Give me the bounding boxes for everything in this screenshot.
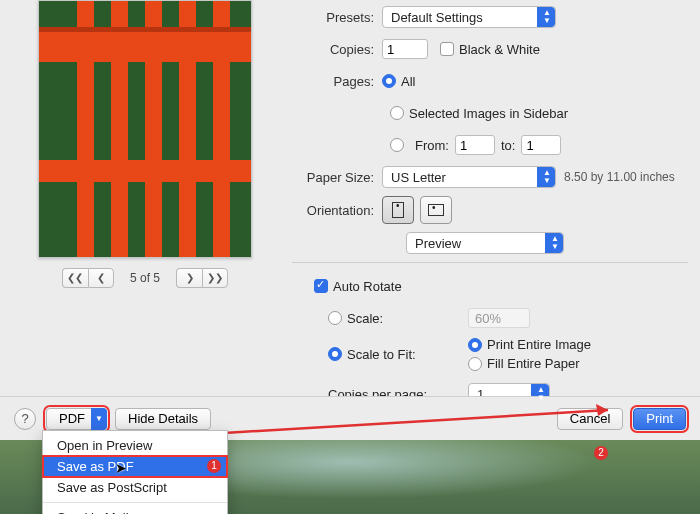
svg-marker-1 <box>596 404 608 416</box>
menu-separator <box>43 502 227 503</box>
annotation-arrow <box>208 402 628 442</box>
page-thumbnail <box>38 0 252 258</box>
settings-pane: Presets: Default Settings▲▼ Copies: Blac… <box>288 0 700 413</box>
last-page-button[interactable]: ❯❯ <box>202 268 228 288</box>
from-label: From: <box>415 138 449 153</box>
copies-input[interactable] <box>382 39 428 59</box>
paper-size-select[interactable]: US Letter▲▼ <box>382 166 556 188</box>
pages-label: Pages: <box>288 74 382 89</box>
to-label: to: <box>501 138 515 153</box>
annotation-badge-2: 2 <box>594 446 608 460</box>
print-entire-label: Print Entire Image <box>487 337 591 352</box>
pages-selected-radio[interactable] <box>390 106 404 120</box>
pdf-dropdown-menu: Open in Preview Save as PDF ➤ 1 Save as … <box>42 430 228 515</box>
section-select[interactable]: Preview▲▼ <box>406 232 564 254</box>
menu-save-as-postscript[interactable]: Save as PostScript <box>43 477 227 498</box>
presets-label: Presets: <box>288 10 382 25</box>
auto-rotate-checkbox[interactable] <box>314 279 328 293</box>
pages-all-radio[interactable] <box>382 74 396 88</box>
next-page-button[interactable]: ❯ <box>176 268 202 288</box>
portrait-icon <box>392 202 404 218</box>
orientation-landscape-button[interactable] <box>420 196 452 224</box>
scale-radio[interactable] <box>328 311 342 325</box>
print-button[interactable]: Print <box>633 408 686 430</box>
menu-save-as-pdf[interactable]: Save as PDF ➤ 1 <box>43 456 227 477</box>
prev-page-button[interactable]: ❮ <box>88 268 114 288</box>
bw-checkbox[interactable] <box>440 42 454 56</box>
from-input[interactable] <box>455 135 495 155</box>
pages-selected-label: Selected Images in Sidebar <box>409 106 568 121</box>
pages-range-radio[interactable] <box>390 138 404 152</box>
annotation-badge-1: 1 <box>207 459 221 473</box>
fill-paper-radio[interactable] <box>468 357 482 371</box>
chevron-down-icon: ▼ <box>91 408 107 430</box>
presets-select[interactable]: Default Settings▲▼ <box>382 6 556 28</box>
bw-label: Black & White <box>459 42 540 57</box>
scale-fit-label: Scale to Fit: <box>347 347 416 362</box>
orientation-label: Orientation: <box>288 203 382 218</box>
pager: ❮❮ ❮ 5 of 5 ❯ ❯❯ <box>16 268 274 288</box>
paper-dimensions: 8.50 by 11.00 inches <box>564 170 675 184</box>
divider <box>292 262 688 263</box>
paper-size-label: Paper Size: <box>288 170 382 185</box>
print-dialog: ❮❮ ❮ 5 of 5 ❯ ❯❯ Presets: Default Settin… <box>0 0 700 440</box>
auto-rotate-label: Auto Rotate <box>333 279 402 294</box>
menu-open-preview[interactable]: Open in Preview <box>43 435 227 456</box>
landscape-icon <box>428 204 444 216</box>
preview-pane: ❮❮ ❮ 5 of 5 ❯ ❯❯ <box>0 0 288 413</box>
menu-send-in-mail[interactable]: Send in Mail <box>43 507 227 515</box>
to-input[interactable] <box>521 135 561 155</box>
page-indicator: 5 of 5 <box>120 271 170 285</box>
pdf-menu-button[interactable]: PDF▼ <box>46 408 107 430</box>
print-entire-radio[interactable] <box>468 338 482 352</box>
orientation-portrait-button[interactable] <box>382 196 414 224</box>
copies-label: Copies: <box>288 42 382 57</box>
svg-line-0 <box>208 410 608 434</box>
scale-label: Scale: <box>347 311 383 326</box>
help-button[interactable]: ? <box>14 408 36 430</box>
fill-paper-label: Fill Entire Paper <box>487 356 579 371</box>
hide-details-button[interactable]: Hide Details <box>115 408 211 430</box>
first-page-button[interactable]: ❮❮ <box>62 268 88 288</box>
scale-value: 60% <box>468 308 530 328</box>
scale-fit-radio[interactable] <box>328 347 342 361</box>
pages-all-label: All <box>401 74 415 89</box>
